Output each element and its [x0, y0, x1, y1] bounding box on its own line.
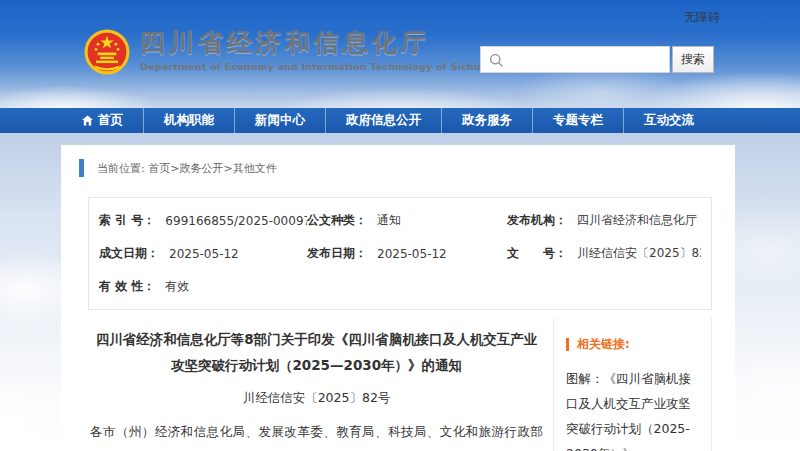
meta-index-number: 索 引 号： 699166855/2025-00097 [99, 204, 307, 237]
meta-label: 文 号： [507, 245, 567, 262]
meta-label: 发布日期： [307, 245, 367, 262]
search-button[interactable]: 搜索 [672, 46, 714, 73]
nav-item-news[interactable]: 新闻中心 [234, 108, 325, 133]
meta-validity: 有 效 性： 有效 [99, 270, 307, 303]
meta-issuing-agency: 发布机构： 四川省经济和信息化厅 四川... [507, 204, 701, 237]
document-main-column: 四川省经济和信息化厅等8部门关于印发《四川省脑机接口及人机交互产业攻坚突破行动计… [88, 318, 553, 451]
nav-item-label: 首页 [98, 112, 123, 129]
home-icon [82, 115, 93, 126]
nav-item-interaction[interactable]: 互动交流 [623, 108, 714, 133]
meta-value: 通知 [377, 212, 401, 229]
meta-doc-number: 文 号： 川经信信安〔2025〕82号 [507, 237, 701, 270]
meta-label: 有 效 性： [99, 278, 155, 295]
national-emblem-icon [84, 29, 130, 75]
meta-value: 四川省经济和信息化厅 四川... [577, 212, 701, 229]
accessibility-link[interactable]: 无障碍 [684, 9, 720, 26]
meta-doc-type: 公文种类： 通知 [307, 204, 507, 237]
document-title: 四川省经济和信息化厅等8部门关于印发《四川省脑机接口及人机交互产业攻坚突破行动计… [90, 326, 543, 379]
search-field[interactable] [480, 46, 670, 73]
search-icon [489, 53, 504, 68]
nav-item-label: 互动交流 [644, 112, 694, 129]
nav-item-gov-info[interactable]: 政府信息公开 [325, 108, 441, 133]
document-paragraph: 各市（州）经济和信息化局、发展改革委、教育局、科技局、文化和旅游行政部门、卫生健… [90, 419, 543, 451]
nav-item-label: 专题专栏 [553, 112, 603, 129]
meta-publish-date: 发布日期： 2025-05-12 [307, 237, 507, 270]
document-reference-number: 川经信信安〔2025〕82号 [90, 390, 543, 407]
meta-value: 699166855/2025-00097 [165, 214, 307, 228]
nav-item-topics[interactable]: 专题专栏 [532, 108, 623, 133]
document-meta-table: 索 引 号： 699166855/2025-00097 公文种类： 通知 发布机… [88, 197, 712, 310]
search-bar: 搜索 [480, 46, 714, 73]
related-links-sidebar: 相关链接: 图解：《四川省脑机接口及人机交互产业攻坚突破行动计划（2025-20… [553, 318, 712, 451]
meta-value: 2025-05-12 [377, 247, 447, 261]
meta-value: 有效 [165, 278, 189, 295]
meta-label: 成文日期： [99, 245, 159, 262]
nav-item-label: 新闻中心 [255, 112, 305, 129]
meta-written-date: 成文日期： 2025-05-12 [99, 237, 307, 270]
related-accent-bar [566, 338, 569, 351]
meta-value: 川经信信安〔2025〕82号 [577, 245, 701, 262]
nav-item-label: 政府信息公开 [346, 112, 421, 129]
nav-items: 首页 机构职能 新闻中心 政府信息公开 政务服务 专题专栏 互动交流 [62, 108, 714, 133]
meta-label: 公文种类： [307, 212, 367, 229]
page-background: 无障碍 四川省经济和信息化厅 Department of Economy and… [0, 0, 800, 451]
related-links-heading: 相关链接: [566, 336, 699, 353]
main-navigation: 首页 机构职能 新闻中心 政府信息公开 政务服务 专题专栏 互动交流 [0, 108, 800, 133]
nav-item-home[interactable]: 首页 [62, 108, 143, 133]
content-panel: 当前位置: 首页>政务公开>其他文件 索 引 号： 699166855/2025… [61, 145, 735, 451]
search-input[interactable] [509, 47, 671, 74]
meta-label: 索 引 号： [99, 212, 155, 229]
breadcrumb-text[interactable]: 当前位置: 首页>政务公开>其他文件 [97, 161, 277, 176]
nav-item-functions[interactable]: 机构职能 [143, 108, 234, 133]
document-body-row: 四川省经济和信息化厅等8部门关于印发《四川省脑机接口及人机交互产业攻坚突破行动计… [88, 318, 712, 451]
breadcrumb-accent-bar [79, 159, 84, 177]
meta-value: 2025-05-12 [169, 247, 239, 261]
related-link-item[interactable]: 图解：《四川省脑机接口及人机交互产业攻坚突破行动计划（2025-2030年）》 [566, 366, 699, 451]
site-header: 无障碍 四川省经济和信息化厅 Department of Economy and… [0, 0, 800, 108]
nav-item-services[interactable]: 政务服务 [441, 108, 532, 133]
meta-label: 发布机构： [507, 212, 567, 229]
nav-item-label: 机构职能 [164, 112, 214, 129]
site-logo[interactable]: 四川省经济和信息化厅 Department of Economy and Inf… [84, 29, 546, 75]
nav-item-label: 政务服务 [462, 112, 512, 129]
related-heading-label: 相关链接: [577, 336, 630, 353]
breadcrumb: 当前位置: 首页>政务公开>其他文件 [79, 159, 735, 177]
